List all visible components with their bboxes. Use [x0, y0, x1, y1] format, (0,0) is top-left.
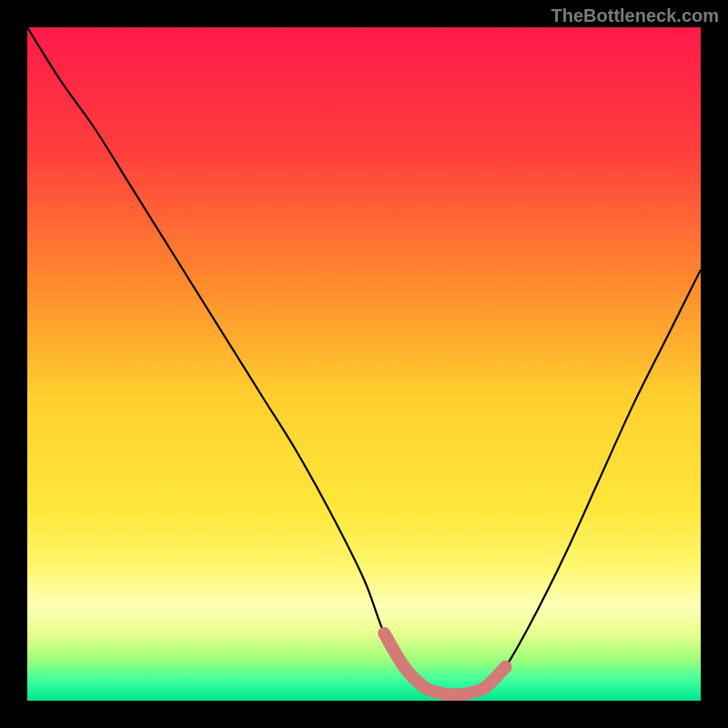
bottleneck-curve [27, 27, 701, 695]
chart-frame: TheBottleneck.com [0, 0, 728, 728]
plot-area [27, 27, 701, 701]
optimum-end-dot [499, 661, 511, 673]
curve-layer [27, 27, 701, 701]
optimum-band [384, 633, 505, 695]
watermark-text: TheBottleneck.com [551, 5, 719, 26]
